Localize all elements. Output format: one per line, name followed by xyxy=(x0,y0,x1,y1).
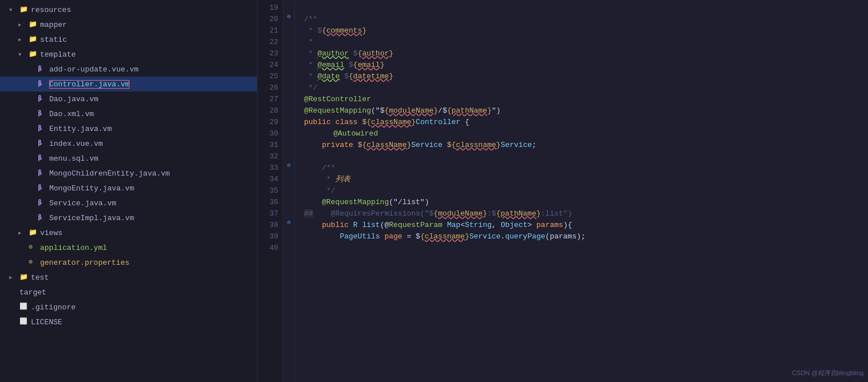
prop-file-icon xyxy=(29,258,38,267)
arrow-spacer xyxy=(18,258,27,267)
arrow-spacer xyxy=(9,288,18,297)
sidebar-item-menu-sql[interactable]: menu.sql.vm xyxy=(0,151,257,166)
sidebar-item-views[interactable]: views xyxy=(0,225,257,240)
vm-file-icon xyxy=(38,154,47,163)
sidebar-item-label: Entity.java.vm xyxy=(49,125,112,133)
code-line-39: PageUtils page = ${classname}Service.que… xyxy=(304,231,859,242)
sidebar-item-mongo-children[interactable]: MongoChildrenEntity.java.vm xyxy=(0,166,257,181)
line-num: 39 xyxy=(262,231,278,242)
sidebar-item-label: generator.properties xyxy=(40,258,129,267)
code-line-38: public R list(@RequestParam Map<String, … xyxy=(304,220,859,231)
sidebar-item-application-yml[interactable]: application.yml xyxy=(0,240,257,255)
arrow-spacer xyxy=(27,139,37,148)
expand-arrow xyxy=(18,50,27,59)
sidebar-item-test[interactable]: test xyxy=(0,270,257,285)
gutter-item xyxy=(283,23,294,34)
sidebar-item-license[interactable]: ⬜ LICENSE xyxy=(0,315,257,329)
sidebar-item-static[interactable]: static xyxy=(0,32,257,47)
code-line-30: @Autowired xyxy=(304,128,859,140)
sidebar-item-dao-java[interactable]: Dao.java.vm xyxy=(0,91,257,106)
gutter-item xyxy=(283,46,294,57)
arrow-spacer xyxy=(9,303,18,312)
watermark: CSDN @程序员blingbling xyxy=(792,369,863,377)
arrow-spacer xyxy=(27,124,37,133)
sidebar-item-label: mapper xyxy=(40,21,67,29)
gutter-item xyxy=(283,240,294,252)
vm-file-icon xyxy=(38,109,47,118)
gutter-item xyxy=(283,229,294,240)
arrow-spacer xyxy=(27,79,37,89)
sidebar-item-mapper[interactable]: mapper xyxy=(0,17,257,32)
code-line-31: private ${className}Service ${classname}… xyxy=(304,140,859,151)
file-icon: ⬜ xyxy=(19,303,29,312)
code-line-40 xyxy=(304,242,859,254)
gutter-item xyxy=(283,57,294,69)
sidebar-item-template[interactable]: template xyxy=(0,47,257,62)
gutter-item xyxy=(283,149,294,160)
line-num: 27 xyxy=(262,94,278,105)
sidebar-item-resources[interactable]: resources xyxy=(0,2,257,17)
sidebar-item-label: MongoChildrenEntity.java.vm xyxy=(49,169,170,178)
code-line-21: * ${comments} xyxy=(304,25,859,37)
sidebar-item-label: index.vue.vm xyxy=(49,140,103,148)
gutter-item xyxy=(283,91,294,103)
line-num: 21 xyxy=(262,25,278,37)
code-line-28: @RequestMapping("${moduleName}/${pathNam… xyxy=(304,105,859,117)
code-editor[interactable]: 19 20 21 22 23 24 25 26 27 28 29 30 31 3… xyxy=(258,0,868,382)
code-line-32 xyxy=(304,151,859,162)
code-line-23: * @author ${author} xyxy=(304,48,859,59)
code-line-29: public class ${className}Controller { xyxy=(304,117,859,128)
sidebar-item-target[interactable]: target xyxy=(0,285,257,300)
folder-icon xyxy=(19,5,29,14)
sidebar-item-label: Controller.java.vm xyxy=(49,80,129,89)
sidebar-item-label: Service.java.vm xyxy=(49,199,116,208)
arrow-spacer xyxy=(9,317,18,327)
sidebar-item-label: LICENSE xyxy=(31,318,62,327)
folder-icon xyxy=(29,228,38,237)
line-num: 31 xyxy=(262,140,278,151)
line-num: 23 xyxy=(262,48,278,59)
sidebar-item-service-impl[interactable]: ServiceImpl.java.vm xyxy=(0,210,257,225)
sidebar-item-mongo-entity[interactable]: MongoEntity.java.vm xyxy=(0,181,257,196)
code-line-19 xyxy=(304,2,859,14)
code-line-34: * 列表 xyxy=(304,174,859,185)
line-num: 26 xyxy=(262,82,278,94)
sidebar-item-generator-properties[interactable]: generator.properties xyxy=(0,255,257,270)
sidebar-item-gitignore[interactable]: ⬜ .gitignore xyxy=(0,300,257,315)
gutter-item xyxy=(283,69,294,80)
gutter-item xyxy=(283,183,294,194)
arrow-spacer xyxy=(27,213,37,222)
line-num: 38 xyxy=(262,220,278,231)
expand-arrow xyxy=(18,228,27,237)
sidebar-item-label: views xyxy=(40,229,62,237)
editor-gutter: ⊖ ⊖ ⊖ xyxy=(283,0,295,382)
line-num: 30 xyxy=(262,128,278,140)
sidebar-item-label: application.yml xyxy=(40,244,107,252)
arrow-spacer xyxy=(27,154,37,163)
vm-file-icon xyxy=(38,169,47,178)
line-num: 35 xyxy=(262,185,278,197)
sidebar-item-dao-xml[interactable]: Dao.xml.vm xyxy=(0,106,257,121)
line-num: 22 xyxy=(262,37,278,48)
folder-icon xyxy=(19,273,29,282)
sidebar-item-add-or-update[interactable]: add-or-update.vue.vm xyxy=(0,62,257,77)
line-num: 28 xyxy=(262,105,278,117)
expand-arrow xyxy=(18,35,27,44)
arrow-spacer xyxy=(27,169,37,178)
code-line-33: /** xyxy=(304,162,859,174)
sidebar-item-label: .gitignore xyxy=(31,303,76,312)
code-line-26: */ xyxy=(304,82,859,94)
vm-file-icon xyxy=(38,213,47,222)
arrow-spacer xyxy=(27,65,37,74)
sidebar-item-label: menu.sql.vm xyxy=(49,154,98,163)
expand-arrow xyxy=(9,273,18,282)
sidebar-item-index-vue[interactable]: index.vue.vm xyxy=(0,136,257,151)
sidebar-item-service[interactable]: Service.java.vm xyxy=(0,196,257,210)
sidebar-item-controller[interactable]: Controller.java.vm xyxy=(0,77,257,91)
vm-file-icon xyxy=(38,198,47,208)
yml-file-icon xyxy=(29,243,38,252)
gutter-item xyxy=(283,206,294,217)
line-num: 29 xyxy=(262,117,278,128)
expand-arrow xyxy=(18,20,27,29)
sidebar-item-entity[interactable]: Entity.java.vm xyxy=(0,121,257,136)
